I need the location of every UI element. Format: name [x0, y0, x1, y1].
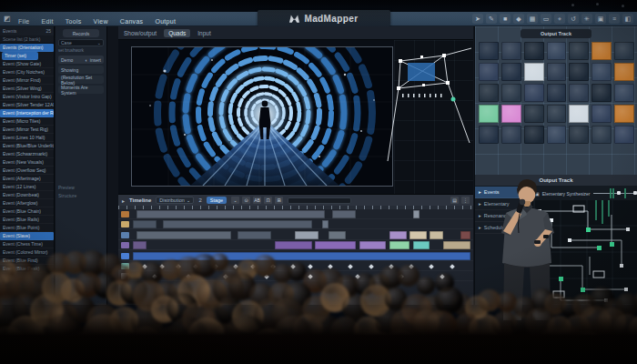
inspector-lower-row[interactable]: Structure: [58, 192, 104, 199]
event-row[interactable]: Event (Schwarzmarkt): [0, 150, 54, 158]
media-thumbnail[interactable]: [479, 63, 499, 81]
rotate-icon[interactable]: ↺: [568, 14, 579, 24]
media-thumbnail[interactable]: [547, 105, 567, 123]
media-thumbnail[interactable]: [524, 63, 544, 81]
menu-edit[interactable]: Edit: [41, 18, 53, 25]
event-row[interactable]: Event (Lines 10 Hall): [0, 134, 54, 142]
anchor-point[interactable]: [451, 97, 456, 102]
media-thumbnail[interactable]: [547, 63, 567, 81]
track-icon[interactable]: [121, 211, 129, 217]
keyframe-marker[interactable]: [213, 264, 218, 269]
app-icon[interactable]: ◩: [4, 15, 13, 24]
keyframe-marker[interactable]: [176, 264, 181, 269]
menu-file[interactable]: File: [18, 18, 29, 25]
keyframe-marker[interactable]: [399, 274, 404, 279]
event-row[interactable]: Event (City Notches): [0, 68, 54, 76]
inspector-lower-row[interactable]: Preview: [58, 184, 104, 191]
media-thumbnail[interactable]: [479, 84, 499, 102]
keyframe-marker[interactable]: [159, 264, 165, 269]
toggle-icon[interactable]: ◐: [86, 57, 88, 63]
timeline-clip[interactable]: [315, 241, 356, 249]
split-icon[interactable]: ◧: [622, 14, 633, 24]
keyframe-marker[interactable]: [430, 264, 435, 269]
distribution-dropdown[interactable]: Distribution ⌄: [156, 197, 194, 204]
event-row[interactable]: Event (Afterglow): [0, 199, 54, 207]
timeline-clip[interactable]: [389, 241, 410, 249]
keyframe-marker[interactable]: [308, 274, 313, 279]
timeline-clip[interactable]: [332, 210, 356, 218]
track-icon[interactable]: [121, 263, 129, 269]
timeline-tool-icon[interactable]: AB: [253, 197, 261, 204]
slider-handle[interactable]: [617, 191, 621, 195]
keyframe-marker[interactable]: [250, 264, 256, 269]
event-row[interactable]: Events (Orientation): [0, 44, 54, 52]
timeline-clip[interactable]: [275, 241, 312, 249]
timeline-clip[interactable]: [359, 241, 387, 249]
link-icon[interactable]: ⌖: [554, 14, 565, 24]
media-thumbnail[interactable]: [569, 105, 589, 123]
menu-tools[interactable]: Tools: [66, 18, 82, 25]
play-icon[interactable]: ▸: [122, 197, 125, 204]
media-thumbnail[interactable]: [592, 126, 612, 144]
mesh-icon[interactable]: ▦: [527, 14, 538, 24]
menu-output[interactable]: Output: [155, 18, 176, 25]
event-row[interactable]: Event (Downbeat): [0, 191, 54, 199]
media-thumbnail[interactable]: [614, 63, 634, 81]
media-thumbnail[interactable]: [479, 126, 499, 144]
demo-row[interactable]: Demo ◐ insert: [58, 56, 104, 64]
event-row[interactable]: Event (Silver Wing): [0, 85, 54, 93]
media-thumbnail[interactable]: [547, 84, 567, 102]
keyframe-marker[interactable]: [270, 264, 276, 269]
timeline-tool-icon[interactable]: ⊙: [242, 197, 250, 204]
timeline-clip[interactable]: [389, 231, 407, 239]
rect-icon[interactable]: ■: [500, 14, 511, 24]
keyframe-marker[interactable]: [369, 264, 374, 269]
media-thumbnail[interactable]: [524, 84, 544, 102]
timeline-tool-icon[interactable]: ⊞: [275, 197, 283, 204]
keyframe-marker[interactable]: [264, 274, 269, 279]
event-row[interactable]: Event (Visitor Intro Gap): [0, 93, 54, 101]
event-row[interactable]: Event (Overflow Seq): [0, 167, 54, 175]
media-thumbnail[interactable]: [592, 84, 612, 102]
pen-icon[interactable]: ✎: [486, 14, 497, 24]
slider-handle[interactable]: [633, 191, 637, 195]
timeline-clip[interactable]: [460, 231, 470, 239]
keyframe-marker[interactable]: [409, 264, 414, 269]
keyframe-marker[interactable]: [152, 274, 157, 279]
timeline-clip[interactable]: [133, 252, 470, 260]
timeline-right-icon[interactable]: ⋮: [461, 197, 470, 204]
media-thumbnail[interactable]: [501, 105, 521, 123]
media-thumbnail[interactable]: [501, 63, 521, 81]
inspector-row[interactable]: Showing: [58, 66, 104, 74]
media-thumbnail[interactable]: [569, 84, 589, 102]
keyframe-marker[interactable]: [349, 264, 354, 269]
track-icon[interactable]: [121, 232, 129, 238]
cursor-icon[interactable]: ➤: [472, 14, 483, 24]
timeline-clip[interactable]: [443, 241, 470, 249]
media-thumbnail[interactable]: [501, 84, 521, 102]
event-row[interactable]: Event (Mirror Test Rig): [0, 126, 54, 134]
media-thumbnail[interactable]: [501, 126, 521, 144]
event-row[interactable]: Event (Colored Mirror): [0, 248, 54, 257]
inspector-row[interactable]: (Resolution Set Below): [58, 76, 104, 84]
keyframe-marker[interactable]: [193, 264, 198, 269]
keyframe-marker[interactable]: [328, 264, 333, 269]
timeline-clip[interactable]: [410, 231, 427, 239]
menu-canvas[interactable]: Canvas: [120, 18, 144, 25]
event-row[interactable]: Event (12 Lines): [0, 183, 54, 191]
spark-icon[interactable]: ✳: [581, 14, 592, 24]
keyframe-marker[interactable]: [355, 274, 360, 279]
timeline-clip[interactable]: [413, 241, 430, 249]
track-icon[interactable]: [121, 253, 129, 259]
media-thumbnail[interactable]: [479, 105, 499, 123]
timeline-clip[interactable]: [322, 220, 329, 228]
media-thumbnail[interactable]: [524, 126, 544, 144]
media-thumbnail[interactable]: [614, 126, 634, 144]
node-icon[interactable]: ◆: [513, 14, 524, 24]
media-thumbnail[interactable]: [569, 63, 589, 81]
timeline-clip[interactable]: [136, 210, 326, 218]
timeline-clip[interactable]: [136, 231, 231, 239]
track-icon[interactable]: [121, 242, 129, 248]
timeline-clip[interactable]: [430, 231, 443, 239]
event-row[interactable]: Event (Afterimage): [0, 175, 54, 183]
